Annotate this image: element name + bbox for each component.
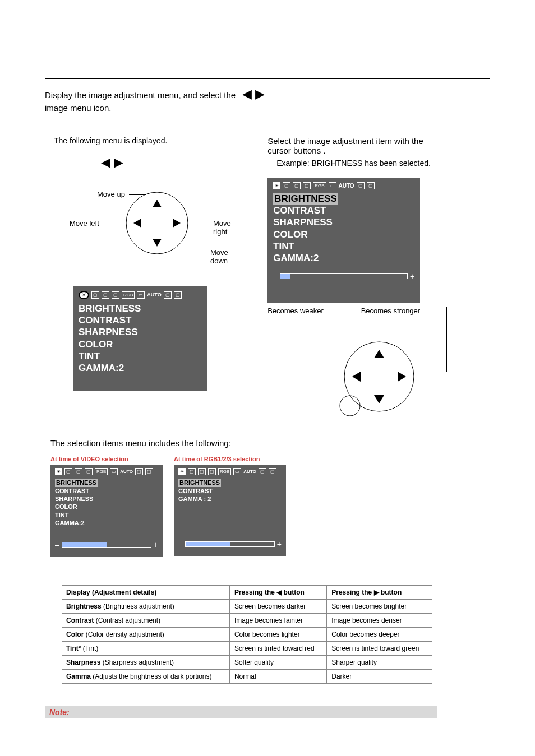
th-left: Pressing the ◀ button [229, 586, 326, 600]
svg-marker-9 [398, 372, 406, 382]
svg-point-10 [340, 396, 360, 416]
menu-icon: ▭ [110, 468, 118, 475]
menu-icon: ▢ [145, 468, 153, 475]
table-row: Brightness (Brightness adjustment)Screen… [62, 600, 432, 614]
rgb-icon: RGB [218, 468, 231, 475]
table-row: Color (Color density adjustment)Color be… [62, 628, 432, 642]
menu-item: GAMMA:2 [55, 519, 158, 527]
becomes-weaker-label: Becomes weaker [268, 307, 324, 315]
intro-text: Display the image adjustment menu, and s… [45, 90, 236, 100]
menu-item: SHARPNESS [79, 326, 202, 338]
auto-label: AUTO [120, 469, 133, 474]
menu-item: TINT [273, 240, 414, 252]
menu-item: TINT [55, 511, 158, 519]
auto-label: AUTO [339, 183, 354, 189]
step2-sub: Example: BRIGHTNESS has been selected. [276, 159, 490, 168]
menu-icon: ▢ [164, 291, 172, 299]
nav-left-label: Move left [70, 219, 99, 228]
svg-marker-3 [133, 219, 141, 228]
intro-text-2: image menu icon. [45, 103, 111, 113]
osd-panel-rgb: ☀ ▢ ▢ ▢ RGB ▭ AUTO ▢ ▢ BRIGHTNESS CONTRA… [174, 465, 286, 556]
auto-label: AUTO [243, 469, 256, 474]
enter-circle-icon [336, 392, 363, 419]
menu-item: GAMMA:2 [273, 252, 414, 264]
step3-text: The selection items menu includes the fo… [50, 438, 490, 448]
rgb-caption: At time of RGB1/2/3 selection [174, 456, 286, 462]
video-caption: At time of VIDEO selection [50, 456, 163, 462]
menu-icon: ▢ [367, 182, 375, 189]
brightness-icon: ☀ [79, 291, 89, 299]
nav-diagram: Move up Move left Move right Move down [79, 175, 224, 271]
slider: – + [55, 540, 158, 549]
menu-icon: ▢ [198, 468, 206, 475]
osd-panel-right: ☀ ▢ ▢ ▢ RGB ▭ AUTO ▢ ▢ BRIGHTNESS CONTRA… [268, 178, 420, 304]
menu-icon: ▢ [208, 468, 216, 475]
table-row: Gamma (Adjusts the brightness of dark po… [62, 670, 432, 684]
lr-arrows-icon: ◀ ▶ [101, 155, 245, 170]
menu-item-selected: BRIGHTNESS [273, 193, 338, 205]
menu-icon: ▭ [329, 182, 336, 189]
lr-arrows-icon: ◀ ▶ [242, 87, 265, 101]
menu-item: COLOR [79, 338, 202, 350]
th-display: Display (Adjustment details) [62, 586, 229, 600]
menu-item: CONTRAST [55, 487, 158, 495]
menu-icon: ▢ [102, 291, 109, 299]
nav-down-label: Move down [210, 248, 228, 265]
menu-icon: ▢ [112, 291, 119, 299]
menu-item: CONTRAST [273, 205, 414, 216]
auto-label: AUTO [147, 292, 161, 298]
intro-sub: The following menu is displayed. [54, 136, 245, 145]
menu-icon: ▢ [75, 468, 82, 475]
svg-marker-6 [374, 350, 384, 358]
table-row: Sharpness (Sharpness adjustment)Softer q… [62, 656, 432, 670]
svg-marker-7 [374, 395, 384, 403]
menu-icon: ▢ [91, 291, 99, 299]
svg-marker-8 [352, 372, 361, 382]
menu-icon: ▢ [64, 468, 72, 475]
menu-icon: ▢ [303, 182, 311, 189]
slider: – + [178, 540, 282, 549]
menu-icon: ▢ [174, 291, 182, 299]
svg-marker-2 [153, 239, 162, 247]
svg-marker-1 [153, 200, 162, 207]
menu-icon: ▢ [293, 182, 301, 189]
note-heading: Note: [45, 706, 437, 718]
rgb-icon: RGB [122, 291, 135, 299]
brightness-icon: ☀ [178, 468, 186, 475]
menu-icon: ▢ [357, 182, 365, 189]
menu-icon: ▢ [283, 182, 290, 189]
table-row: Contrast (Contrast adjustment)Image beco… [62, 614, 432, 628]
menu-item: SHARPNESS [273, 216, 414, 228]
menu-icon: ▭ [233, 468, 241, 475]
menu-icon: ▢ [259, 468, 266, 475]
brightness-icon: ☀ [55, 468, 62, 475]
menu-icon: ▢ [269, 468, 276, 475]
rgb-icon: RGB [313, 182, 326, 189]
menu-item: TINT [79, 350, 202, 362]
adjustment-table: Display (Adjustment details) Pressing th… [62, 585, 432, 684]
th-right: Pressing the ▶ button [327, 586, 432, 600]
rgb-icon: RGB [95, 468, 108, 475]
menu-item-selected: BRIGHTNESS [178, 479, 221, 486]
menu-item: CONTRAST [79, 314, 202, 326]
menu-icon: ▢ [188, 468, 196, 475]
menu-icon: ▢ [135, 468, 143, 475]
menu-item: SHARPNESS [55, 495, 158, 503]
menu-item-selected: BRIGHTNESS [55, 479, 98, 486]
menu-item: COLOR [273, 229, 414, 240]
svg-marker-4 [173, 219, 181, 228]
osd-panel-left: ☀ ▢ ▢ ▢ RGB ▭ AUTO ▢ ▢ BRIGHTNESS CONTRA… [73, 286, 207, 391]
nav-up-label: Move up [97, 190, 125, 198]
osd-panel-video: ☀ ▢ ▢ ▢ RGB ▭ AUTO ▢ ▢ BRIGHTNESS CONTRA… [50, 465, 163, 557]
brightness-icon: ☀ [273, 182, 280, 189]
menu-icon: ▭ [137, 291, 145, 299]
menu-icon: ▢ [85, 468, 93, 475]
nav-right-label: Move right [213, 219, 231, 236]
menu-item: CONTRAST [178, 487, 282, 495]
menu-item: GAMMA:2 [79, 362, 202, 374]
becomes-stronger-label: Becomes stronger [361, 307, 421, 315]
table-row: Tint* (Tint)Screen is tinted toward redS… [62, 642, 432, 656]
slider: – + [273, 272, 414, 281]
menu-item: GAMMA : 2 [178, 495, 282, 503]
menu-item: BRIGHTNESS [79, 303, 202, 314]
